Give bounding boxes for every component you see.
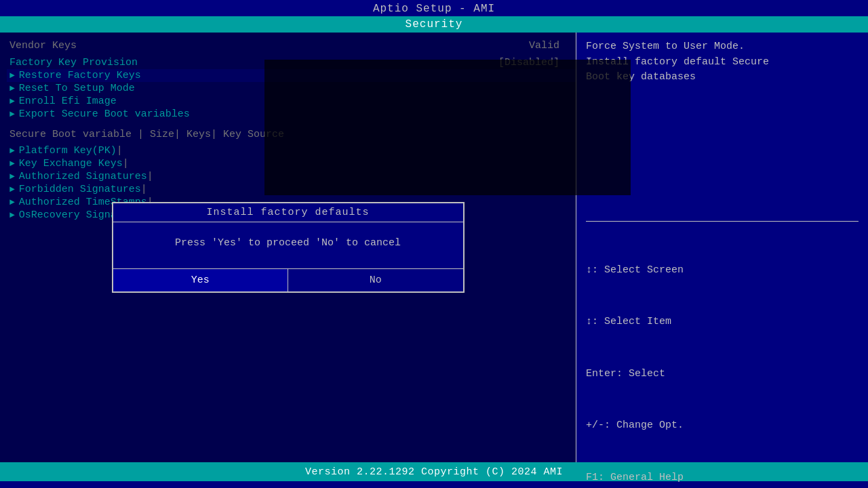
dialog: Install factory defaults Press 'Yes' to … <box>112 202 465 293</box>
dialog-no-button[interactable]: No <box>288 269 463 291</box>
dialog-yes-button[interactable]: Yes <box>113 269 288 291</box>
main-content: Vendor Keys Valid Factory Key Provision … <box>0 33 868 462</box>
left-panel: Vendor Keys Valid Factory Key Provision … <box>0 33 576 462</box>
dialog-message: Press 'Yes' to proceed 'No' to cancel <box>175 237 401 249</box>
key-f1: F1: General Help <box>586 469 859 487</box>
help-divider <box>586 221 859 222</box>
header: Aptio Setup - AMI <box>0 0 868 16</box>
app-title: Aptio Setup - AMI <box>0 3 868 15</box>
dialog-overlay: Install factory defaults Press 'Yes' to … <box>0 33 576 462</box>
dialog-buttons: Yes No <box>113 268 463 291</box>
footer-text: Version 2.22.1292 Copyright (C) 2024 AMI <box>305 466 563 478</box>
key-change-opt: +/-: Change Opt. <box>586 417 859 434</box>
key-select-screen: ↕: Select Screen <box>586 262 859 279</box>
key-select-item: ↕: Select Item <box>586 313 859 331</box>
key-enter: Enter: Select <box>586 365 859 383</box>
section-title-bar: Security <box>0 16 868 33</box>
dialog-title: Install factory defaults <box>113 203 463 222</box>
dialog-body: Press 'Yes' to proceed 'No' to cancel <box>113 222 463 262</box>
key-help: ↕: Select Screen ↕: Select Item Enter: S… <box>586 227 859 489</box>
